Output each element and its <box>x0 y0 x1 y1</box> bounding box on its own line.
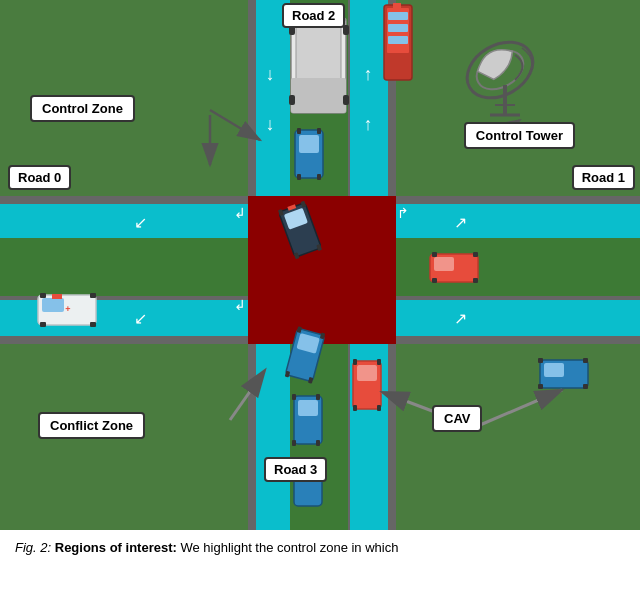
svg-point-77 <box>457 31 543 109</box>
svg-rect-71 <box>540 360 588 388</box>
conflict-zone-area <box>248 196 396 344</box>
figure-caption: Fig. 2: Regions of interest: We highligh… <box>0 530 640 606</box>
cav-label: CAV <box>432 405 482 432</box>
intersection-diagram: ↓ ↓ ↑ ↑ ↙ ↙ ↗ ↗ ↲ ↲ ↱ <box>0 0 640 530</box>
cyan-lane-v-bot-right <box>350 344 388 530</box>
svg-point-78 <box>470 43 530 97</box>
road-1-label: Road 1 <box>572 165 635 190</box>
caption-text: We highlight the control zone in which <box>180 540 398 555</box>
svg-rect-76 <box>583 384 588 389</box>
svg-rect-74 <box>583 358 588 363</box>
cyan-lane-h-right-top <box>396 204 640 240</box>
cyan-lane-h-left-bot <box>0 300 248 336</box>
control-zone-label: Control Zone <box>30 95 135 122</box>
cyan-lane-v-top-right <box>350 0 388 196</box>
conflict-zone-label: Conflict Zone <box>38 412 145 439</box>
fig-label: Fig. 2: <box>15 540 51 555</box>
svg-rect-72 <box>544 363 564 377</box>
road-3-label: Road 3 <box>264 457 327 482</box>
cyan-lane-h-right-bot <box>396 300 640 336</box>
cyan-lane-v-top-left <box>256 0 294 196</box>
cyan-lane-h-left-top <box>0 204 248 240</box>
svg-rect-75 <box>538 384 543 389</box>
road-2-label: Road 2 <box>282 3 345 28</box>
green-divider-h-right <box>396 238 640 296</box>
green-divider-v-bot <box>290 344 348 530</box>
road-0-label: Road 0 <box>8 165 71 190</box>
green-divider-v-top <box>290 0 348 196</box>
caption-bold-text: Regions of interest: <box>55 540 177 555</box>
svg-line-87 <box>480 390 562 425</box>
cyan-lane-v-bot-left <box>256 344 294 530</box>
control-tower-label: Control Tower <box>464 122 575 149</box>
svg-rect-73 <box>538 358 543 363</box>
green-divider-h-left <box>0 238 248 296</box>
